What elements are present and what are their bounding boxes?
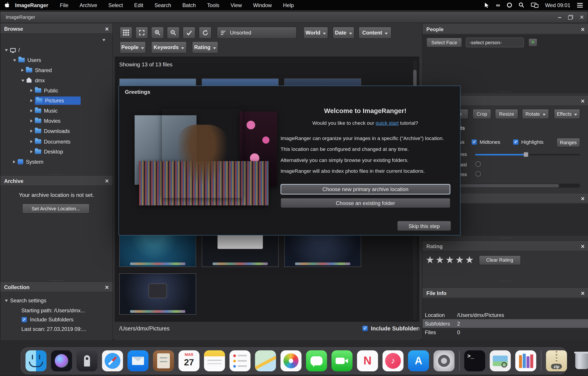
dock-messages-icon[interactable] [306, 350, 327, 371]
refresh-button[interactable] [199, 27, 212, 39]
fullscreen-button[interactable] [136, 27, 148, 39]
set-archive-location-button[interactable]: Set Archive Location... [22, 203, 90, 214]
sharpness-control[interactable] [476, 171, 481, 177]
star-icon[interactable]: ★ [426, 254, 436, 266]
quick-start-link[interactable]: quick start [376, 120, 399, 126]
dock-zip-file-icon[interactable]: zip [546, 350, 567, 371]
fileinfo-row-subfolders[interactable]: Subfolders 2 [422, 319, 588, 328]
dock-mail-icon[interactable] [127, 350, 148, 371]
ranges-button[interactable]: Ranges [556, 138, 580, 147]
tree-item-downloads[interactable]: Downloads [0, 126, 113, 136]
disclosure-open-icon[interactable] [21, 80, 24, 82]
disclosure-closed-icon[interactable] [31, 140, 33, 143]
midtones-checkbox[interactable]: ✓ Midtones [471, 139, 500, 145]
disclosure-closed-icon[interactable] [31, 120, 33, 122]
rotate-button[interactable]: Rotate [522, 109, 549, 119]
close-collection-panel-icon[interactable]: × [104, 284, 110, 290]
window-restore-icon[interactable] [568, 15, 573, 19]
tree-item-system[interactable]: System [0, 157, 113, 167]
dock-safari-icon[interactable] [102, 350, 123, 371]
window-close-icon[interactable]: × [580, 13, 584, 21]
close-histogram-panel-icon[interactable]: × [579, 196, 586, 202]
panel-splitter[interactable]: ······· [0, 278, 113, 282]
panel-splitter[interactable]: ······· [422, 279, 588, 283]
disclosure-closed-icon[interactable] [31, 130, 33, 133]
slider-handle[interactable] [524, 152, 528, 157]
filter-date-button[interactable]: Date [333, 27, 354, 39]
menu-help[interactable]: Help [283, 2, 294, 8]
select-face-button[interactable]: Select Face [426, 38, 462, 47]
include-subfolders-item[interactable]: ✓ Include Subfolders [0, 315, 113, 324]
sort-order-dropdown[interactable]: Unsorted [217, 27, 297, 39]
disclosure-closed-icon[interactable] [31, 89, 33, 92]
dock-terminal-icon[interactable]: >_ [464, 350, 485, 371]
tree-item-root[interactable]: / [0, 45, 113, 55]
checkbox-checked-icon[interactable]: ✓ [471, 139, 477, 145]
filter-people-button[interactable]: People [120, 41, 146, 53]
dock-launchpad-icon[interactable] [76, 350, 97, 371]
checkbox-checked-icon[interactable]: ✓ [21, 317, 27, 322]
crop-button[interactable]: Crop [472, 109, 491, 119]
menu-file[interactable]: File [60, 2, 68, 8]
dock-preview-icon[interactable] [490, 350, 511, 371]
dock-books-icon[interactable] [515, 350, 536, 371]
star-icon[interactable]: ★ [436, 254, 446, 266]
filter-world-button[interactable]: World [303, 27, 328, 39]
tree-item-documents[interactable]: Documents [0, 137, 113, 146]
menu-view[interactable]: View [231, 2, 242, 8]
select-person-dropdown[interactable]: -select person- [466, 38, 524, 47]
window-minimize-icon[interactable]: – [558, 14, 561, 21]
creative-cloud-icon[interactable]: ∞ [496, 2, 500, 8]
disclosure-closed-icon[interactable] [21, 69, 24, 72]
tree-item-public[interactable]: Public [0, 86, 113, 95]
zoom-out-button[interactable] [167, 27, 179, 39]
close-fileinfo-panel-icon[interactable]: × [579, 290, 586, 296]
tree-item-dmx[interactable]: dmx [0, 76, 113, 85]
fileinfo-row-files[interactable]: Files 0 [422, 328, 588, 336]
menu-archive[interactable]: Archive [80, 2, 97, 8]
apple-menu-icon[interactable] [4, 2, 10, 8]
dock-siri-icon[interactable] [51, 350, 72, 371]
menu-batch[interactable]: Batch [182, 2, 196, 8]
tree-item-users[interactable]: Users [0, 55, 113, 65]
zoom-in-button[interactable] [151, 27, 164, 39]
menu-window[interactable]: Window [253, 2, 272, 8]
filter-keywords-button[interactable]: Keywords [151, 41, 187, 53]
choose-new-archive-location-button[interactable]: Choose new primary archive location [281, 184, 450, 195]
add-person-button[interactable]: + [528, 38, 537, 46]
window-titlebar[interactable]: ImageRanger – × [0, 12, 588, 23]
cursor-icon[interactable] [484, 2, 489, 8]
close-archive-panel-icon[interactable]: × [104, 178, 110, 184]
dock-reminders-icon[interactable] [230, 350, 251, 371]
star-icon[interactable]: ★ [455, 254, 465, 266]
dock-facetime-icon[interactable] [332, 350, 353, 371]
disclosure-closed-icon[interactable] [31, 109, 33, 112]
status-ring-icon[interactable] [507, 3, 512, 8]
filter-content-button[interactable]: Content [358, 27, 391, 39]
menu-search[interactable]: Search [154, 2, 171, 8]
displays-icon[interactable] [531, 2, 538, 8]
dock-appstore-icon[interactable]: A [408, 350, 429, 371]
choose-existing-folder-button[interactable]: Choose an existing folder [281, 198, 450, 208]
disclosure-closed-icon[interactable] [31, 150, 33, 153]
grid-view-button[interactable] [120, 27, 133, 39]
thumbnail[interactable] [119, 273, 196, 315]
highlights-checkbox[interactable]: ✓ Highlights [513, 139, 543, 145]
checkbox-checked-icon[interactable]: ✓ [513, 139, 518, 145]
tree-item-music[interactable]: Music [0, 106, 113, 116]
star-icon[interactable]: ★ [465, 254, 475, 266]
notification-center-icon[interactable] [577, 2, 583, 9]
search-settings-node[interactable]: Search settings [0, 296, 113, 305]
menu-clock[interactable]: Wed 09:01 [545, 2, 571, 8]
skip-this-step-button[interactable]: Skip this step [397, 221, 451, 231]
menu-edit[interactable]: Edit [134, 2, 143, 8]
dock-system-preferences-icon[interactable] [434, 350, 455, 371]
star-icon[interactable]: ★ [445, 254, 455, 266]
panel-splitter[interactable]: ······· [0, 172, 113, 176]
disclosure-closed-icon[interactable] [13, 160, 15, 164]
browse-filter-dropdown[interactable] [3, 36, 110, 43]
disclosure-closed-icon[interactable] [31, 99, 33, 102]
spotlight-search-icon[interactable] [518, 2, 524, 8]
menu-tools[interactable]: Tools [207, 2, 219, 8]
dock-news-icon[interactable]: N [357, 350, 378, 371]
